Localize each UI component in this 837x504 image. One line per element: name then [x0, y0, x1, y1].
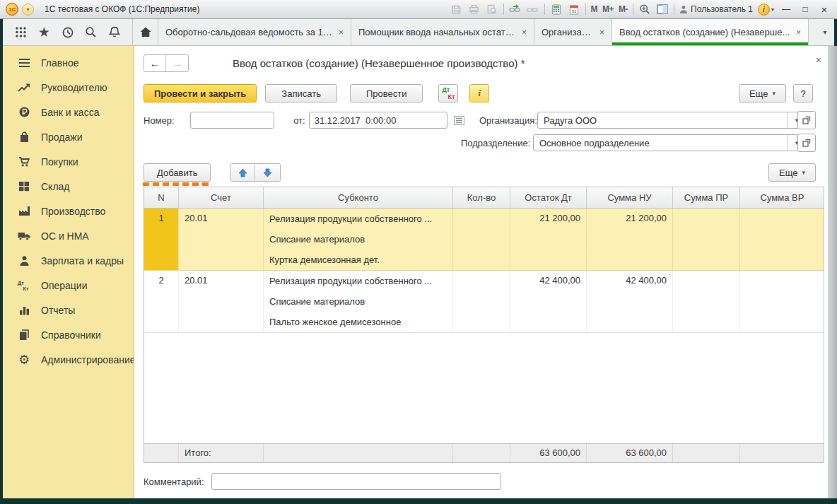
- date-list-icon[interactable]: [454, 116, 464, 125]
- split-window-icon[interactable]: [656, 3, 669, 16]
- organization-open-button[interactable]: [797, 111, 816, 129]
- sidebar-item-warehouse[interactable]: Склад: [3, 174, 134, 199]
- tab-opening-balances-assistant[interactable]: Помощник ввода начальных остатков ×: [351, 19, 534, 45]
- subconto-line[interactable]: Релизация продукции собственного ...: [269, 271, 447, 291]
- col-header-n[interactable]: N: [144, 187, 179, 208]
- tab-close-icon[interactable]: ×: [522, 28, 527, 37]
- tab-organizations[interactable]: Организации ×: [534, 19, 612, 45]
- cell-balance-dt[interactable]: 21 200,00: [510, 209, 587, 270]
- cell-n[interactable]: 2: [144, 271, 179, 332]
- cell-n[interactable]: 1: [144, 209, 179, 270]
- memory-plus-button[interactable]: M+: [602, 4, 614, 14]
- col-header-amount-pr[interactable]: Сумма ПР: [673, 187, 740, 208]
- col-header-amount-vr[interactable]: Сумма ВР: [740, 187, 824, 208]
- sidebar-item-fixed-assets[interactable]: ОС и НМА: [3, 223, 134, 248]
- maximize-button[interactable]: □: [798, 4, 812, 14]
- back-button[interactable]: ←: [144, 55, 166, 71]
- cell-account[interactable]: 20.01: [179, 271, 264, 332]
- col-header-subconto[interactable]: Субконто: [264, 187, 453, 208]
- service-info-button[interactable]: i▾: [758, 4, 774, 16]
- system-menu-button[interactable]: ▾: [22, 4, 34, 16]
- table-row[interactable]: 2 20.01 Релизация продукции собственного…: [144, 271, 824, 333]
- subconto-line[interactable]: Релизация продукции собственного ...: [269, 209, 447, 229]
- sidebar-item-bank-cash[interactable]: Банк и касса: [3, 100, 134, 124]
- comment-input[interactable]: [211, 473, 501, 490]
- window-close-button[interactable]: ×: [817, 4, 831, 16]
- col-header-amount-nu[interactable]: Сумма НУ: [587, 187, 673, 208]
- zoom-icon[interactable]: [638, 3, 651, 16]
- col-header-account[interactable]: Счет: [179, 187, 264, 208]
- sidebar-item-payroll-hr[interactable]: Зарплата и кадры: [3, 248, 134, 273]
- notifications-bell-icon[interactable]: [107, 25, 122, 40]
- search-icon[interactable]: [83, 25, 99, 40]
- save-button[interactable]: Записать: [265, 84, 337, 102]
- sidebar-item-administration[interactable]: ⚙Администрирование: [3, 347, 134, 372]
- forward-button[interactable]: →: [166, 55, 188, 71]
- cell-amount-vr[interactable]: [740, 271, 824, 332]
- tab-close-icon[interactable]: ×: [339, 28, 344, 37]
- date-input[interactable]: [309, 112, 447, 129]
- add-row-button[interactable]: Добавить: [144, 163, 211, 182]
- tab-close-icon[interactable]: ×: [796, 28, 801, 37]
- cell-amount-pr[interactable]: [673, 271, 740, 332]
- history-icon[interactable]: [60, 25, 76, 40]
- tab-close-icon[interactable]: ×: [599, 28, 604, 37]
- scrollbar[interactable]: [829, 46, 837, 498]
- tab-list-dropdown[interactable]: ▾: [816, 19, 834, 45]
- sidebar-item-operations[interactable]: ДтКтОперации: [3, 273, 134, 298]
- cell-subconto[interactable]: Релизация продукции собственного ... Спи…: [264, 209, 453, 270]
- home-tab-button[interactable]: [133, 19, 158, 45]
- sidebar-item-reports[interactable]: Отчеты: [3, 298, 134, 322]
- subconto-line[interactable]: Пальто женское демисезонное: [269, 312, 447, 332]
- sidebar-item-purchases[interactable]: Покупки: [3, 149, 134, 174]
- department-open-button[interactable]: [797, 134, 816, 152]
- move-up-icon[interactable]: [230, 164, 255, 181]
- memory-button[interactable]: M: [591, 4, 598, 14]
- sidebar-item-sales[interactable]: Продажи: [3, 124, 134, 149]
- col-header-balance-dt[interactable]: Остаток Дт: [510, 187, 587, 208]
- cell-balance-dt[interactable]: 42 400,00: [510, 271, 587, 332]
- tab-balance-entry[interactable]: Ввод остатков (создание) (Незаверше... ×: [612, 19, 809, 45]
- subconto-line[interactable]: Куртка демисезонная дет.: [269, 250, 447, 270]
- minimize-button[interactable]: —: [779, 4, 793, 14]
- cell-qty[interactable]: [453, 271, 510, 332]
- table-more-button[interactable]: Еще▾: [768, 163, 816, 182]
- calculator-icon[interactable]: [550, 3, 563, 16]
- move-down-icon[interactable]: [255, 164, 280, 181]
- col-header-qty[interactable]: Кол-во: [453, 187, 510, 208]
- department-combo[interactable]: Основное подразделение ▾: [533, 134, 806, 151]
- cell-subconto[interactable]: Релизация продукции собственного ... Спи…: [264, 271, 453, 332]
- subconto-line[interactable]: Списание материалов: [269, 229, 447, 250]
- apps-grid-icon[interactable]: [13, 25, 28, 40]
- get-link-icon[interactable]: [509, 3, 522, 16]
- cell-amount-vr[interactable]: [740, 209, 824, 270]
- cell-account[interactable]: 20.01: [179, 209, 264, 270]
- subconto-line[interactable]: Списание материалов: [269, 291, 447, 312]
- print-preview-icon[interactable]: [486, 3, 498, 16]
- cell-amount-pr[interactable]: [673, 209, 740, 270]
- current-user[interactable]: Пользователь 1: [679, 4, 753, 14]
- cell-qty[interactable]: [453, 209, 510, 270]
- calendar-icon[interactable]: 31: [568, 3, 580, 16]
- cell-amount-nu[interactable]: 21 200,00: [587, 209, 673, 270]
- table-empty-area[interactable]: [144, 333, 824, 443]
- post-and-close-button[interactable]: Провести и закрыть: [144, 84, 257, 102]
- show-postings-button[interactable]: ДтКт: [438, 84, 458, 102]
- info-button[interactable]: i: [469, 84, 489, 102]
- help-button[interactable]: ?: [793, 84, 813, 102]
- favorites-star-icon[interactable]: ★: [36, 25, 52, 40]
- cell-amount-nu[interactable]: 42 400,00: [587, 271, 673, 332]
- memory-minus-button[interactable]: M-: [619, 4, 628, 14]
- organization-combo[interactable]: Радуга ООО ▾: [537, 112, 806, 129]
- form-close-icon[interactable]: ×: [816, 54, 821, 66]
- go-link-icon[interactable]: [527, 3, 539, 16]
- print-icon[interactable]: [468, 3, 481, 16]
- sidebar-item-production[interactable]: Производство: [3, 199, 134, 223]
- tab-turnover-balance-sheet[interactable]: Оборотно-сальдовая ведомость за 13... ×: [158, 19, 351, 45]
- save-icon[interactable]: [450, 3, 463, 16]
- more-button[interactable]: Еще▾: [739, 84, 786, 102]
- sidebar-item-manager[interactable]: Руководителю: [3, 75, 134, 100]
- table-row[interactable]: 1 20.01 Релизация продукции собственного…: [144, 209, 824, 271]
- sidebar-item-main[interactable]: Главное: [3, 50, 134, 75]
- post-button[interactable]: Провести: [350, 84, 423, 102]
